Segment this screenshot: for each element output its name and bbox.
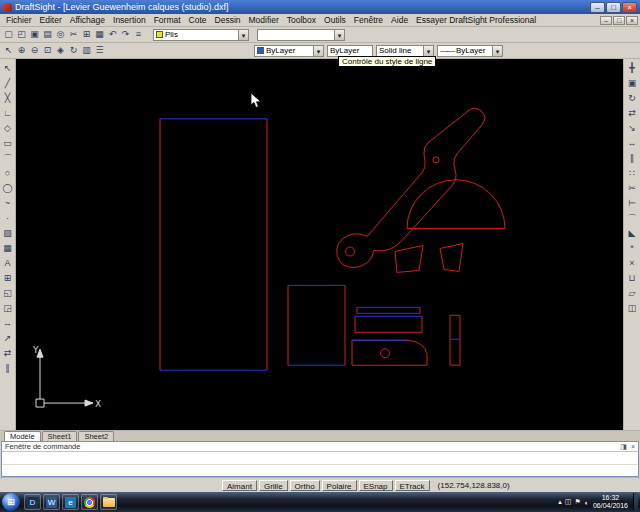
taskbar-app-draftsight[interactable]: D xyxy=(24,494,41,510)
tray-volume-icon[interactable]: ◖ xyxy=(584,499,588,506)
status-toggle-aimant[interactable]: Aimant xyxy=(222,480,257,491)
pattern-icon[interactable]: ∷ xyxy=(625,166,639,180)
stretch-icon[interactable]: ↔ xyxy=(625,136,639,150)
new-icon[interactable]: ▢ xyxy=(2,28,15,41)
print-icon[interactable]: ▤ xyxy=(41,28,54,41)
chevron-down-icon[interactable]: ▾ xyxy=(313,46,323,56)
polygon-icon[interactable]: ◇ xyxy=(1,121,15,135)
pointer-icon[interactable]: ↖ xyxy=(2,44,15,57)
delete-icon[interactable]: × xyxy=(625,256,639,270)
mdi-close-button[interactable]: × xyxy=(626,16,638,25)
block-icon[interactable]: ◱ xyxy=(1,286,15,300)
status-toggle-etrack[interactable]: ETrack xyxy=(395,480,430,491)
chevron-down-icon[interactable]: ▾ xyxy=(334,30,344,40)
status-toggle-ortho[interactable]: Ortho xyxy=(290,480,320,491)
mdi-restore-button[interactable]: □ xyxy=(613,16,625,25)
polyline-icon[interactable]: ∟ xyxy=(1,106,15,120)
edit-polyline-icon[interactable]: ▱ xyxy=(625,286,639,300)
sheet-tab-2[interactable]: Sheet2 xyxy=(78,431,114,441)
extend-icon[interactable]: ⊢ xyxy=(625,196,639,210)
taskbar-app-chrome[interactable] xyxy=(81,494,98,510)
start-button[interactable]: ⊞ xyxy=(2,493,20,511)
menu-item-6[interactable]: Dessin xyxy=(211,15,245,25)
drawing-canvas[interactable]: YX xyxy=(16,59,623,430)
circle-icon[interactable]: ○ xyxy=(1,166,15,180)
tray-flag-icon[interactable]: ⚑ xyxy=(574,498,580,506)
offset-entities-icon[interactable]: ∥ xyxy=(625,151,639,165)
menu-item-12[interactable]: Essayer DraftSight Professional xyxy=(412,15,540,25)
leader-icon[interactable]: ↗ xyxy=(1,331,15,345)
table-icon[interactable]: ⊞ xyxy=(1,271,15,285)
sheet-tab-1[interactable]: Sheet1 xyxy=(42,431,78,441)
command-close-icon[interactable]: × xyxy=(631,443,635,451)
paste-icon[interactable]: ▦ xyxy=(93,28,106,41)
rebuild-icon[interactable]: ↻ xyxy=(67,44,80,57)
point-icon[interactable]: · xyxy=(1,211,15,225)
taskbar-clock[interactable]: 16:32 06/04/2016 xyxy=(590,494,631,510)
linestyle-combo[interactable]: Solid line ▾ xyxy=(376,45,434,57)
chevron-down-icon[interactable]: ▾ xyxy=(423,46,433,56)
chevron-down-icon[interactable]: ▾ xyxy=(238,30,248,40)
close-button[interactable]: × xyxy=(622,2,637,13)
properties-icon[interactable]: ▥ xyxy=(80,44,93,57)
region-icon[interactable]: ▦ xyxy=(1,241,15,255)
trim-icon[interactable]: ✂ xyxy=(625,181,639,195)
lineweight-combo[interactable]: ByLayer xyxy=(327,45,373,57)
menu-item-8[interactable]: Toolbox xyxy=(283,15,320,25)
offset-icon[interactable]: ∥ xyxy=(1,361,15,375)
properties-panel-icon[interactable]: ◫ xyxy=(625,301,639,315)
status-toggle-grille[interactable]: Grille xyxy=(259,480,288,491)
tray-display-icon[interactable]: ◫ xyxy=(565,498,572,506)
open-icon[interactable]: ◰ xyxy=(15,28,28,41)
command-input[interactable] xyxy=(2,465,638,476)
scale-icon[interactable]: ↘ xyxy=(625,121,639,135)
options-icon[interactable]: ☰ xyxy=(93,44,106,57)
minimize-button[interactable]: – xyxy=(590,2,605,13)
copy-icon[interactable]: ⊞ xyxy=(80,28,93,41)
style-combo[interactable]: ▾ xyxy=(257,29,345,41)
pin-icon[interactable]: ◨ xyxy=(620,443,627,451)
construction-line-icon[interactable]: ╳ xyxy=(1,91,15,105)
zoom-fit-icon[interactable]: ⊡ xyxy=(41,44,54,57)
linestyle-bylayer-combo[interactable]: —— ByLayer ▾ xyxy=(437,45,503,57)
print-preview-icon[interactable]: ◎ xyxy=(54,28,67,41)
hatch-icon[interactable]: ▨ xyxy=(1,226,15,240)
pan-icon[interactable]: ◈ xyxy=(54,44,67,57)
insert-block-icon[interactable]: ◲ xyxy=(1,301,15,315)
move-icon[interactable]: ╋ xyxy=(625,61,639,75)
ellipse-icon[interactable]: ◯ xyxy=(1,181,15,195)
show-desktop-button[interactable] xyxy=(633,493,638,511)
maximize-button[interactable]: □ xyxy=(606,2,621,13)
rotate-icon[interactable]: ↻ xyxy=(625,91,639,105)
menu-item-9[interactable]: Outils xyxy=(320,15,350,25)
menu-item-4[interactable]: Format xyxy=(150,15,185,25)
layers-manager-icon[interactable]: ≡ xyxy=(132,28,145,41)
status-toggle-esnap[interactable]: ESnap xyxy=(359,480,393,491)
undo-icon[interactable]: ↶ xyxy=(106,28,119,41)
tray-expand-icon[interactable]: ▴ xyxy=(558,498,562,506)
taskbar-app-viewer[interactable]: e xyxy=(62,494,79,510)
fillet-icon[interactable]: ⌒ xyxy=(625,211,639,225)
menu-item-3[interactable]: Insertion xyxy=(109,15,150,25)
rectangle-icon[interactable]: ▭ xyxy=(1,136,15,150)
mirror-entities-icon[interactable]: ⇄ xyxy=(625,106,639,120)
taskbar-app-word[interactable]: W xyxy=(43,494,60,510)
zoom-out-icon[interactable]: ⊖ xyxy=(28,44,41,57)
text-icon[interactable]: A xyxy=(1,256,15,270)
chamfer-icon[interactable]: ◣ xyxy=(625,226,639,240)
select-icon[interactable]: ↖ xyxy=(1,61,15,75)
menu-item-0[interactable]: Fichier xyxy=(2,15,36,25)
copy-entities-icon[interactable]: ▣ xyxy=(625,76,639,90)
join-icon[interactable]: ⊔ xyxy=(625,271,639,285)
zoom-in-icon[interactable]: ⊕ xyxy=(15,44,28,57)
line-icon[interactable]: ╱ xyxy=(1,76,15,90)
explode-icon[interactable]: * xyxy=(625,241,639,255)
dimension-icon[interactable]: ↔ xyxy=(1,316,15,330)
menu-item-5[interactable]: Cote xyxy=(185,15,211,25)
chevron-down-icon[interactable]: ▾ xyxy=(492,46,502,56)
save-icon[interactable]: ▣ xyxy=(28,28,41,41)
menu-item-11[interactable]: Aide xyxy=(387,15,412,25)
cut-icon[interactable]: ✂ xyxy=(67,28,80,41)
layer-combo[interactable]: Plis ▾ xyxy=(153,29,249,41)
mdi-minimize-button[interactable]: – xyxy=(600,16,612,25)
